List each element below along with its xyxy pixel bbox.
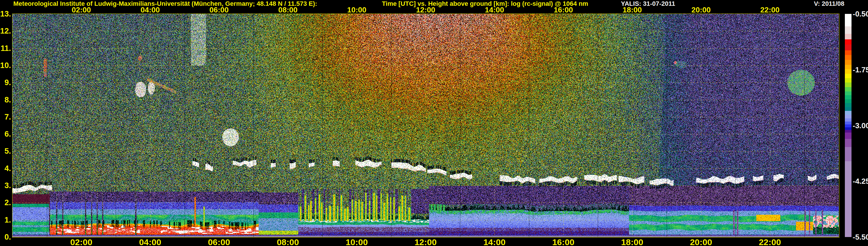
colorbar-segment (845, 130, 851, 132)
x-tick-label: 16:00 (546, 238, 581, 246)
y-tick-label: 0. (0, 233, 11, 241)
colorbar-segment (845, 124, 851, 127)
colorbar-segment (845, 44, 851, 50)
colorbar-segment (845, 161, 851, 237)
y-tick-label: 4. (0, 164, 11, 173)
y-tick-label: 7. (0, 113, 11, 121)
x-tick-label: 10:00 (339, 6, 374, 14)
colorbar-segment (845, 65, 851, 69)
colorbar (845, 14, 851, 237)
colorbar-segment (845, 74, 851, 78)
colorbar-segment (845, 132, 851, 139)
y-tick-label: 10. (0, 61, 11, 69)
colorbar-segment (845, 139, 851, 147)
y-tick-label: 9. (0, 79, 11, 87)
colorbar-segment (845, 55, 851, 60)
y-tick-label: 8. (0, 96, 11, 104)
colorbar-tick-label: -3.00 (852, 122, 868, 130)
heatmap-canvas (12, 14, 839, 237)
colorbar-segment (845, 127, 851, 130)
x-tick-label: 20:00 (684, 6, 718, 14)
x-tick-label: 14:00 (477, 6, 512, 14)
y-tick-label: 1. (0, 216, 11, 224)
colorbar-segment (845, 118, 851, 122)
y-tick-label: 3. (0, 181, 11, 190)
x-tick-label: 18:00 (615, 6, 650, 14)
colorbar-tick-label: -5.50 (852, 233, 868, 241)
colorbar-tick-label: -0.50 (852, 10, 868, 18)
x-tick-label: 02:00 (64, 6, 99, 14)
colorbar-tick-label: -1.75 (852, 66, 868, 74)
x-tick-label: 16:00 (546, 6, 581, 14)
colorbar-segment (845, 34, 851, 39)
x-tick-label: 08:00 (271, 238, 305, 246)
colorbar-segment (845, 95, 851, 99)
y-tick-label: 6. (0, 130, 11, 138)
colorbar-segment (845, 122, 851, 125)
y-tick-label: 5. (0, 147, 11, 155)
colorbar-segment (845, 50, 851, 55)
x-tick-label: 06:00 (202, 6, 237, 14)
colorbar-segment (845, 83, 851, 87)
colorbar-segment (845, 39, 851, 45)
x-tick-label: 22:00 (752, 238, 787, 246)
colorbar-segment (845, 103, 851, 107)
x-tick-label: 02:00 (64, 238, 99, 246)
colorbar-segment (845, 111, 851, 115)
colorbar-segment (845, 69, 851, 73)
colorbar-segment (845, 87, 851, 91)
colorbar-segment (845, 26, 851, 34)
x-tick-label: 14:00 (477, 238, 512, 246)
x-tick-label: 10:00 (339, 238, 374, 246)
colorbar-segment (845, 14, 851, 26)
colorbar-segment (845, 115, 851, 118)
x-tick-label: 04:00 (133, 6, 167, 14)
x-tick-label: 12:00 (408, 238, 443, 246)
colorbar-segment (845, 91, 851, 95)
x-tick-label: 06:00 (202, 238, 237, 246)
x-tick-label: 12:00 (408, 6, 443, 14)
title-version: V: 2011/08 (814, 0, 844, 7)
colorbar-segment (845, 99, 851, 103)
y-tick-label: 12. (0, 27, 11, 35)
colorbar-segment (845, 107, 851, 111)
colorbar-segment (845, 147, 851, 161)
y-tick-label: 11. (0, 44, 11, 52)
colorbar-segment (845, 78, 851, 83)
x-tick-label: 22:00 (752, 6, 787, 14)
colorbar-segment (845, 60, 851, 65)
x-tick-label: 04:00 (133, 238, 167, 246)
colorbar-tick-label: -4.25 (852, 177, 868, 185)
x-tick-label: 18:00 (615, 238, 650, 246)
lidar-quicklook-page: Meteorological Institute of Ludwig-Maxim… (0, 0, 868, 246)
y-tick-label: 13. (0, 10, 11, 18)
x-tick-label: 20:00 (684, 238, 718, 246)
x-tick-label: 08:00 (271, 6, 305, 14)
y-tick-label: 2. (0, 198, 11, 207)
